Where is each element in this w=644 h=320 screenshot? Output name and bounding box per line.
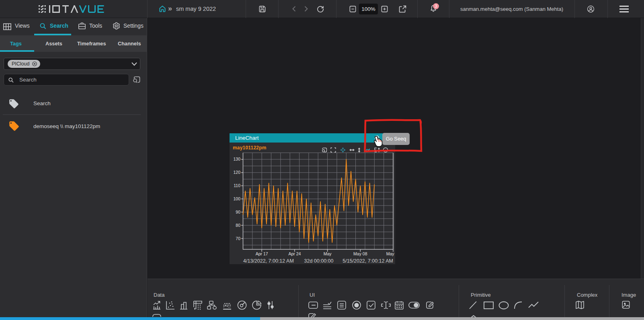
svg-text:Apr 17: Apr 17	[256, 251, 268, 256]
svg-text:32d 00:00:00: 32d 00:00:00	[304, 258, 334, 264]
svg-text:120: 120	[233, 170, 240, 175]
svg-text:May 15: May 15	[386, 251, 395, 256]
svg-text:80: 80	[236, 223, 240, 228]
svg-text:Apr 24: Apr 24	[288, 251, 301, 256]
svg-text:70: 70	[236, 236, 240, 241]
svg-text:110: 110	[234, 183, 240, 188]
svg-text:90: 90	[236, 210, 240, 214]
svg-text:5/15/2022, 7:00:12 AM: 5/15/2022, 7:00:12 AM	[343, 258, 393, 264]
svg-text:100: 100	[233, 196, 240, 201]
svg-text:4/13/2022, 7:00:12 AM: 4/13/2022, 7:00:12 AM	[243, 258, 294, 264]
svg-text:May 08: May 08	[353, 251, 367, 256]
svg-text:130: 130	[233, 157, 240, 161]
svg-text:May: May	[324, 251, 332, 256]
